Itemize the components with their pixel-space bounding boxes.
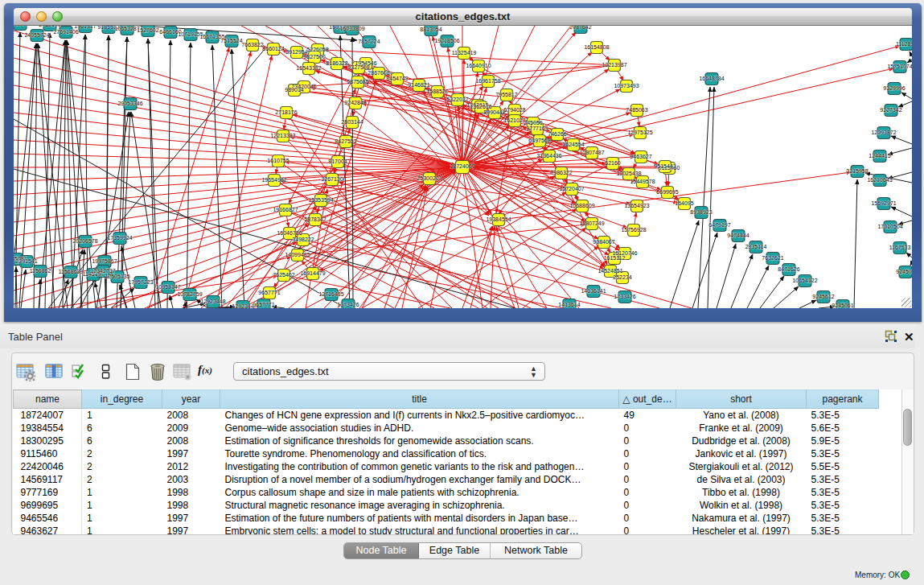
svg-text:6479197: 6479197: [708, 222, 730, 228]
svg-text:2769140: 2769140: [39, 26, 60, 27]
svg-text:1610755: 1610755: [267, 158, 289, 163]
svg-text:25300203: 25300203: [417, 175, 441, 181]
svg-text:5878342: 5878342: [304, 216, 326, 222]
svg-text:16120746: 16120746: [612, 250, 637, 256]
svg-text:16648784: 16648784: [699, 76, 724, 81]
svg-text:2391541: 2391541: [15, 258, 37, 264]
svg-text:10958147: 10958147: [155, 284, 180, 290]
svg-text:245056: 245056: [524, 120, 542, 126]
svg-text:20206578: 20206578: [72, 238, 97, 244]
svg-text:29053346: 29053346: [117, 101, 142, 106]
svg-text:19975867: 19975867: [92, 258, 117, 264]
svg-text:17359924: 17359924: [107, 235, 132, 241]
svg-text:15692971: 15692971: [871, 200, 896, 206]
svg-text:16640910: 16640910: [466, 63, 491, 68]
svg-text:62160: 62160: [605, 160, 621, 166]
svg-text:9657771: 9657771: [253, 302, 274, 307]
svg-text:7515524: 7515524: [220, 38, 242, 43]
svg-text:2087642: 2087642: [569, 26, 591, 30]
svg-text:8427552: 8427552: [335, 138, 356, 144]
svg-text:19218506: 19218506: [434, 38, 459, 43]
svg-text:9515443: 9515443: [654, 163, 676, 169]
svg-text:746266: 746266: [548, 131, 566, 137]
svg-text:9329996: 9329996: [883, 85, 905, 91]
svg-text:17010504: 17010504: [877, 224, 902, 229]
svg-text:7663822: 7663822: [241, 42, 263, 47]
svg-text:8454749: 8454749: [386, 76, 408, 81]
svg-text:15353594: 15353594: [308, 197, 333, 203]
svg-text:5875685: 5875685: [347, 79, 368, 84]
svg-text:16033809: 16033809: [339, 26, 364, 31]
svg-text:252234: 252234: [613, 274, 631, 280]
svg-text:1156862: 1156862: [30, 268, 51, 274]
svg-text:12093872: 12093872: [871, 130, 896, 135]
svg-text:5226058: 5226058: [306, 47, 328, 52]
svg-text:9657771: 9657771: [258, 290, 280, 295]
svg-text:1733426: 1733426: [614, 294, 635, 299]
svg-text:13716485: 13716485: [318, 291, 343, 297]
svg-text:21364436: 21364436: [536, 153, 561, 159]
svg-text:27691406: 27691406: [53, 29, 78, 35]
svg-text:7632621: 7632621: [762, 255, 783, 261]
svg-text:5322037: 5322037: [446, 97, 468, 102]
svg-text:11325419: 11325419: [452, 50, 477, 56]
svg-text:7857224: 7857224: [358, 39, 380, 44]
svg-text:7625402: 7625402: [273, 272, 294, 278]
svg-text:17957223: 17957223: [128, 279, 153, 285]
svg-text:817004: 817004: [328, 159, 347, 164]
svg-text:10025438: 10025438: [616, 171, 641, 176]
svg-text:1961317: 1961317: [74, 26, 96, 29]
svg-text:9146821: 9146821: [408, 82, 429, 88]
svg-text:1292344: 1292344: [232, 303, 253, 308]
svg-text:9777169: 9777169: [526, 126, 548, 131]
svg-text:9227342: 9227342: [880, 107, 901, 113]
svg-text:3215958: 3215958: [846, 168, 868, 174]
svg-text:1112893: 1112893: [896, 41, 912, 47]
svg-text:2935114: 2935114: [745, 244, 767, 249]
svg-text:19166827: 19166827: [273, 207, 298, 212]
svg-text:1244415: 1244415: [869, 153, 890, 159]
svg-text:9084067: 9084067: [593, 239, 614, 245]
svg-text:9245061: 9245061: [832, 303, 853, 308]
svg-text:12923448: 12923448: [200, 299, 225, 304]
svg-text:12213383: 12213383: [270, 133, 295, 138]
svg-text:1167533: 1167533: [889, 245, 911, 250]
svg-text:8938923: 8938923: [690, 209, 712, 215]
svg-text:3624554: 3624554: [562, 142, 584, 147]
svg-text:19384554: 19384554: [486, 216, 511, 222]
svg-text:924502: 924502: [896, 269, 912, 274]
svg-text:10653287: 10653287: [114, 26, 139, 31]
svg-text:15720407: 15720407: [559, 186, 584, 192]
svg-text:2867608: 2867608: [368, 70, 389, 76]
svg-text:9242848: 9242848: [344, 100, 366, 105]
svg-text:13654923: 13654923: [624, 203, 649, 208]
svg-text:15751074: 15751074: [887, 64, 912, 69]
svg-text:16543382: 16543382: [296, 65, 321, 71]
svg-text:1362616: 1362616: [470, 104, 491, 109]
svg-text:10973493: 10973493: [614, 83, 639, 89]
svg-text:1413614: 1413614: [558, 302, 580, 307]
svg-text:12505135: 12505135: [105, 274, 129, 279]
svg-text:16961758: 16961758: [475, 78, 500, 84]
svg-text:8471626: 8471626: [778, 266, 799, 272]
svg-text:3267130: 3267130: [321, 176, 343, 182]
svg-text:2803144: 2803144: [341, 119, 363, 125]
svg-text:8660124: 8660124: [262, 46, 284, 51]
svg-text:18724007: 18724007: [450, 163, 474, 169]
svg-text:11568629: 11568629: [59, 269, 84, 274]
svg-text:8813054: 8813054: [420, 27, 441, 32]
svg-text:7485063: 7485063: [626, 107, 647, 113]
svg-text:164095: 164095: [675, 200, 693, 206]
svg-text:18807249: 18807249: [579, 220, 604, 226]
svg-text:16914479: 16914479: [300, 270, 325, 276]
svg-text:2718176: 2718176: [275, 109, 297, 115]
svg-text:12213987: 12213987: [602, 62, 626, 68]
svg-text:14099485: 14099485: [285, 252, 310, 257]
svg-text:6699695: 6699695: [656, 189, 678, 195]
svg-text:16210643: 16210643: [867, 177, 892, 183]
svg-text:8990448: 8990448: [483, 109, 505, 115]
svg-text:14136141: 14136141: [581, 288, 606, 294]
svg-text:15756928: 15756928: [621, 227, 646, 233]
svg-text:15449578: 15449578: [630, 179, 655, 184]
svg-text:6794028: 6794028: [503, 107, 525, 113]
